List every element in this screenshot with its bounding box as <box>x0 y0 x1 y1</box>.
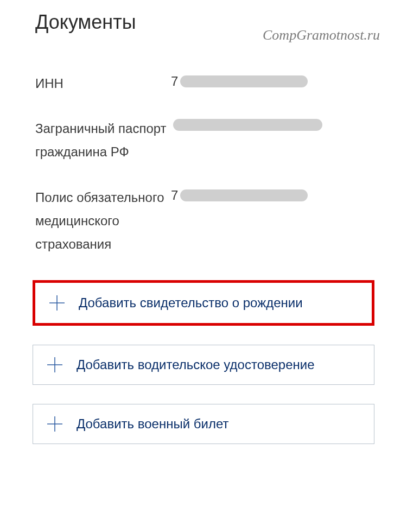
redacted-value <box>180 75 308 87</box>
watermark-text: CompGramotnost.ru <box>263 27 380 43</box>
document-label: Полис обязательного медицинского страхов… <box>35 186 171 256</box>
plus-icon <box>44 354 66 376</box>
add-military-id-button[interactable]: Добавить военный билет <box>33 404 374 444</box>
document-row-medical-insurance: Полис обязательного медицинского страхов… <box>0 169 407 262</box>
document-label: Заграничный паспорт гражданина РФ <box>35 117 171 163</box>
redacted-value <box>180 189 308 201</box>
document-value: 7 <box>171 72 308 89</box>
document-value-prefix: 7 <box>171 188 178 203</box>
add-driver-license-button[interactable]: Добавить водительское удостоверение <box>33 345 374 385</box>
document-row-inn: ИНН 7 <box>0 55 407 100</box>
documents-section: Документы CompGramotnost.ru ИНН 7 Загран… <box>0 0 407 532</box>
plus-icon <box>44 413 66 435</box>
add-button-label: Добавить водительское удостоверение <box>77 357 315 372</box>
document-value-prefix: 7 <box>171 74 178 89</box>
add-buttons-group: Добавить свидетельство о рождении Добави… <box>0 261 407 444</box>
document-value <box>171 117 322 131</box>
document-row-foreign-passport: Заграничный паспорт гражданина РФ <box>0 100 407 169</box>
document-value: 7 <box>171 186 308 203</box>
add-button-label: Добавить военный билет <box>77 416 228 432</box>
redacted-value <box>173 119 322 131</box>
document-label: ИНН <box>35 72 171 95</box>
plus-icon <box>46 292 68 314</box>
add-birth-certificate-button[interactable]: Добавить свидетельство о рождении <box>33 280 374 326</box>
add-button-label: Добавить свидетельство о рождении <box>79 295 303 311</box>
